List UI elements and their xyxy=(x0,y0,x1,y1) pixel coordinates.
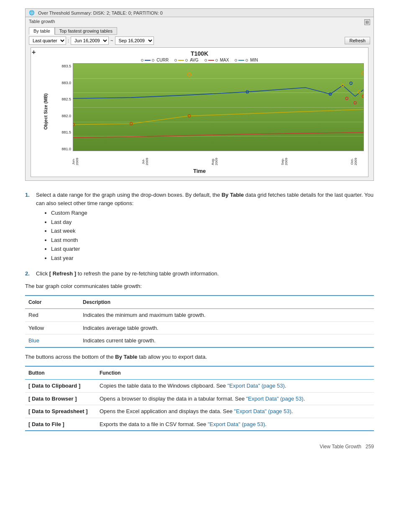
button-table-header-row: Button Function xyxy=(25,366,374,380)
btn-browser: [ Data to Browser ] xyxy=(25,392,96,405)
legend-max: MAX xyxy=(205,58,229,62)
legend-avg: AVG xyxy=(174,58,198,62)
svg-point-0 xyxy=(188,73,191,76)
x-tick-4: Oct-2009 xyxy=(350,155,358,168)
plus-icon[interactable]: + xyxy=(32,49,36,56)
tab-by-table[interactable]: By table xyxy=(29,27,55,35)
color-header: Color xyxy=(25,296,79,309)
refresh-button[interactable]: Refresh xyxy=(345,37,370,44)
date-to-dropdown[interactable]: Sep 16,2009 xyxy=(115,36,154,45)
color-row-yellow: Yellow Indicates average table growth. xyxy=(25,321,374,334)
btn-row-file: [ Data to File ] Exports the data to a f… xyxy=(25,418,374,431)
color-cell-yellow: Yellow xyxy=(25,321,79,334)
button-header: Button xyxy=(25,366,96,380)
separator: : xyxy=(68,38,69,43)
tabs-row: By table Top fastest growing tables xyxy=(29,27,370,35)
svg-point-9 xyxy=(350,82,352,85)
y-tick-2: 882.5 xyxy=(56,97,71,101)
svg-point-1 xyxy=(362,72,363,75)
legend-min: MIN xyxy=(235,58,258,62)
y-tick-1: 883.0 xyxy=(56,81,71,85)
link-spreadsheet[interactable]: "Export Data" (page 53) xyxy=(234,408,292,414)
x-tick-2: Aug-2009 xyxy=(211,155,218,168)
legend-min-label: MIN xyxy=(250,58,258,62)
func-file: Exports the data to a file in CSV format… xyxy=(96,418,374,431)
func-spreadsheet: Opens the Excel application and displays… xyxy=(96,405,374,418)
footer-text: View Table Growth 259 xyxy=(320,444,374,450)
color-cell-blue[interactable]: Blue xyxy=(25,334,79,347)
by-table-bold: By Table xyxy=(115,354,137,360)
bullet-last-month: Last month xyxy=(51,236,374,244)
button-table: Button Function [ Data to Clipboard ] Co… xyxy=(25,366,374,431)
svg-point-12 xyxy=(362,95,363,98)
legend-max-label: MAX xyxy=(220,58,229,62)
chart-legend: CURR AVG MAX MIN xyxy=(31,58,368,62)
step-2-bold: [ Refresh ] xyxy=(49,270,76,277)
desc-cell-red: Indicates the minimum and maximum table … xyxy=(79,309,374,322)
x-axis-label: Time xyxy=(31,168,368,174)
x-tick-3: Sep-2009 xyxy=(281,155,288,168)
chart-svg xyxy=(73,64,363,151)
step-2-text-before: Click xyxy=(36,270,49,277)
y-tick-0: 883.5 xyxy=(56,64,71,68)
btn-row-clipboard: [ Data to Clipboard ] Copies the table d… xyxy=(25,380,374,393)
title-bar: 🌐 Over Threshold Summary: DISK: 2; TABLE… xyxy=(26,9,373,17)
color-row-red: Red Indicates the minimum and maximum ta… xyxy=(25,309,374,322)
y-axis-label: Object Size (MB) xyxy=(43,93,48,130)
table-growth-section: Table growth ⊟ By table Top fastest grow… xyxy=(26,17,373,180)
bullet-last-quarter: Last quarter xyxy=(51,245,374,253)
legend-curr: CURR xyxy=(141,58,169,62)
btn-clipboard: [ Data to Clipboard ] xyxy=(25,380,96,393)
page-footer: View Table Growth 259 xyxy=(25,444,374,450)
legend-curr-label: CURR xyxy=(156,58,169,62)
color-cell-red: Red xyxy=(25,309,79,322)
chart-title: T100K xyxy=(31,50,368,57)
svg-point-8 xyxy=(345,97,348,100)
restore-icon[interactable]: ⊟ xyxy=(364,19,370,25)
by-table-para: The buttons across the bottom of the By … xyxy=(25,353,374,361)
by-table-text-after: tab allow you to export data. xyxy=(138,354,207,360)
window-title: Over Threshold Summary: DISK: 2; TABLE: … xyxy=(38,10,163,15)
desc-cell-yellow: Indicates average table growth. xyxy=(79,321,374,334)
description-header: Description xyxy=(79,296,374,309)
function-header: Function xyxy=(96,366,374,380)
step-1: 1. Select a date range for the graph usi… xyxy=(25,191,374,265)
section-label: Table growth xyxy=(29,19,55,24)
controls-row: Last quarter : Jun 16,2009 ~ Sep 16,2009… xyxy=(29,36,370,45)
color-table: Color Description Red Indicates the mini… xyxy=(25,295,374,348)
color-table-header-row: Color Description xyxy=(25,296,374,309)
step-2-text: Click [ Refresh ] to refresh the pane by… xyxy=(36,270,374,278)
bullet-last-day: Last day xyxy=(51,218,374,226)
period-dropdown[interactable]: Last quarter xyxy=(29,36,66,45)
bullet-last-year: Last year xyxy=(51,254,374,262)
btn-row-spreadsheet: [ Data to Spreadsheet ] Opens the Excel … xyxy=(25,405,374,418)
step-2-number: 2. xyxy=(25,270,33,278)
link-file[interactable]: "Export Data" (page 53) xyxy=(208,421,265,427)
by-table-text-before: The buttons across the bottom of the xyxy=(25,354,115,360)
step-2: 2. Click [ Refresh ] to refresh the pane… xyxy=(25,270,374,278)
step-1-text: Select a date range for the graph using … xyxy=(36,191,374,265)
step-2-text-after: to refresh the pane by re-fetching table… xyxy=(76,270,219,277)
svg-point-10 xyxy=(354,101,356,104)
link-clipboard[interactable]: "Export Data" (page 53) xyxy=(228,383,285,389)
bullet-custom-range: Custom Range xyxy=(51,209,374,217)
window-icon: 🌐 xyxy=(29,10,35,15)
date-from-dropdown[interactable]: Jun 16,2009 xyxy=(71,36,109,45)
color-row-blue: Blue Indicates current table growth. xyxy=(25,334,374,347)
dropdowns: Last quarter : Jun 16,2009 ~ Sep 16,2009 xyxy=(29,36,154,45)
step-1-number: 1. xyxy=(25,191,33,265)
y-tick-3: 882.0 xyxy=(56,114,71,118)
tab-top-fastest[interactable]: Top fastest growing tables xyxy=(55,27,117,35)
tilde: ~ xyxy=(110,38,113,43)
y-tick-5: 881.0 xyxy=(56,147,71,151)
func-browser: Opens a browser to display the data in a… xyxy=(96,392,374,405)
link-browser[interactable]: "Export Data" (page 53) xyxy=(246,396,303,402)
y-tick-4: 881.5 xyxy=(56,130,71,134)
x-tick-1: Jul-2009 xyxy=(141,155,149,168)
x-tick-0: Jun-2009 xyxy=(72,155,79,168)
main-content: 1. Select a date range for the graph usi… xyxy=(25,191,374,431)
legend-avg-label: AVG xyxy=(190,58,198,62)
btn-row-browser: [ Data to Browser ] Opens a browser to d… xyxy=(25,392,374,405)
bar-graph-text: The bar graph color communicates table g… xyxy=(25,282,374,290)
step-1-text-before: Select a date range for the graph using … xyxy=(36,192,222,198)
